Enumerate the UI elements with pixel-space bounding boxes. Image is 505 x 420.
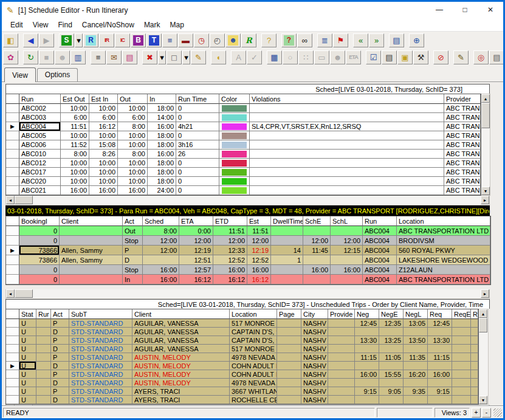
cell-act[interactable]: D	[51, 362, 69, 370]
cell-page[interactable]	[277, 396, 301, 404]
cell-color[interactable]	[219, 131, 250, 140]
cell-subT[interactable]: STD-STANDARD	[69, 336, 132, 345]
cell-eta[interactable]: 12:57	[179, 265, 213, 275]
cell-req[interactable]	[428, 379, 452, 387]
cell-re[interactable]	[471, 362, 478, 370]
cell-schE[interactable]	[303, 275, 331, 284]
booking-button[interactable]: B	[131, 33, 146, 47]
cell-est[interactable]: 16:12	[247, 275, 271, 284]
cell-run_time[interactable]: 26	[176, 150, 219, 159]
cell-page[interactable]	[277, 319, 301, 328]
row-selector[interactable]	[6, 236, 19, 246]
column-header-negL[interactable]: NegL	[404, 309, 428, 319]
back-button[interactable]: ◀	[23, 33, 38, 47]
row-selector[interactable]	[6, 379, 19, 387]
cell-schL[interactable]	[331, 226, 363, 236]
books-button[interactable]: ▥	[70, 50, 86, 64]
cell-est[interactable]: 12:52	[247, 255, 271, 265]
column-header-etd[interactable]: ETD	[213, 216, 247, 226]
edit-pencil-button[interactable]: ✎	[191, 50, 206, 64]
refresh-button[interactable]: ↻	[23, 50, 38, 64]
cell-in[interactable]: 18:00	[148, 140, 176, 150]
column-header-color[interactable]: Color	[219, 94, 250, 104]
column-header-run[interactable]: Run	[19, 94, 61, 104]
cell-schE[interactable]	[303, 255, 331, 265]
cell-eta[interactable]: 0:00	[179, 226, 213, 236]
speaker-button[interactable]: ◖	[211, 50, 226, 64]
current-row-marker[interactable]: ▶	[6, 246, 19, 255]
cell-location[interactable]: 517 MONROE ST	[230, 345, 277, 353]
column-header-schE[interactable]: SchE	[303, 216, 331, 226]
cell-dwell[interactable]	[271, 275, 303, 284]
close-button[interactable]: ✕	[478, 2, 503, 18]
cell-violations[interactable]	[250, 168, 444, 177]
cell-negE[interactable]: 13:25	[379, 336, 404, 345]
cell-provider[interactable]: ABC TRANS	[444, 159, 481, 168]
current-row-marker[interactable]: ▶	[6, 362, 19, 370]
menu-item-edit[interactable]: Edit	[5, 19, 28, 30]
cell-act[interactable]: Out	[123, 226, 143, 236]
bus-pull-out-button[interactable]: »	[369, 33, 384, 47]
scroll-track[interactable]	[479, 332, 488, 396]
clients-button[interactable]: ☻	[225, 33, 241, 47]
resize-grip[interactable]	[493, 408, 502, 417]
row-selector[interactable]	[6, 104, 19, 113]
monitor-button[interactable]: ▦	[267, 50, 282, 64]
cell-run_time[interactable]: 3h16	[176, 140, 219, 150]
cell-in[interactable]: 18:00	[148, 159, 176, 168]
cell-booking[interactable]: 0	[19, 236, 60, 246]
colors-button[interactable]: ✿	[3, 50, 18, 64]
cell-reqE[interactable]	[452, 379, 471, 387]
cell-violations[interactable]	[250, 150, 444, 159]
column-header-dwell[interactable]: DwellTime	[271, 216, 303, 226]
row-selector[interactable]	[6, 131, 19, 140]
cell-out[interactable]: 10:00	[118, 140, 148, 150]
find-vehicle-button[interactable]: ?	[281, 33, 297, 47]
cell-est_in[interactable]: 16:00	[89, 186, 118, 195]
cell-est_in[interactable]: 10:00	[89, 131, 118, 140]
cell-stat[interactable]: U	[19, 396, 36, 404]
column-header-subT[interactable]: SubT	[69, 309, 132, 319]
cell-client[interactable]: AGUILAR, VANESSA	[132, 319, 230, 328]
cell-sched[interactable]: 16:00	[143, 275, 179, 284]
cell-schL[interactable]: 12:15	[331, 246, 363, 255]
cell-stat[interactable]: U	[19, 345, 36, 353]
row-selector[interactable]	[6, 275, 19, 284]
cell-negL[interactable]	[404, 379, 428, 387]
cell-provide[interactable]	[328, 362, 355, 370]
cell-client[interactable]: AYERS, TRACI	[132, 396, 230, 404]
cell-provide[interactable]	[328, 353, 355, 362]
cell-page[interactable]	[277, 379, 301, 387]
cell-client[interactable]: AUSTIN, MELODY	[132, 370, 230, 379]
cell-violations[interactable]: SL4,CPR,VT,SRST,EX,RnL12,SRSQ	[250, 122, 444, 131]
cell-location[interactable]: LAKESHORE WEDGEWOOD	[397, 255, 490, 265]
cell-provide[interactable]	[328, 387, 355, 396]
cell-re[interactable]	[471, 353, 478, 362]
cell-re[interactable]	[471, 336, 478, 345]
row-selector[interactable]	[6, 336, 19, 345]
row-selector[interactable]	[6, 265, 19, 275]
row-selector[interactable]	[6, 140, 19, 150]
cell-negE[interactable]	[379, 396, 404, 404]
cell-est_out[interactable]: 10:00	[61, 168, 89, 177]
cell-schE[interactable]: 12:00	[303, 236, 331, 246]
cell-run[interactable]: ABC004	[363, 226, 397, 236]
cell-color[interactable]	[219, 140, 250, 150]
client-itinerary-button[interactable]: IC	[115, 33, 130, 47]
cell-eta[interactable]: 12:51	[179, 255, 213, 265]
cell-page[interactable]	[277, 345, 301, 353]
cell-negL[interactable]: 13:50	[404, 336, 428, 345]
cell-est_out[interactable]: 10:00	[61, 177, 89, 186]
cell-color[interactable]	[219, 177, 250, 186]
cell-location[interactable]: 517 MONROE ST	[230, 319, 277, 328]
row-selector[interactable]	[6, 387, 19, 396]
cell-location[interactable]: ABC TRANSPORTATION LTD	[397, 226, 490, 236]
cell-run[interactable]: ABC002	[19, 104, 61, 113]
cell-act[interactable]: P	[123, 246, 143, 255]
tools-button[interactable]: ⚒	[413, 50, 428, 64]
cell-location[interactable]: 3667 WHITLAND A	[230, 387, 277, 396]
times-list-button[interactable]: ≡	[91, 50, 106, 64]
cell-stat[interactable]: U	[19, 387, 36, 396]
cell-req[interactable]: 16:00	[428, 370, 452, 379]
cell-provider[interactable]: ABC TRANS	[444, 186, 481, 195]
